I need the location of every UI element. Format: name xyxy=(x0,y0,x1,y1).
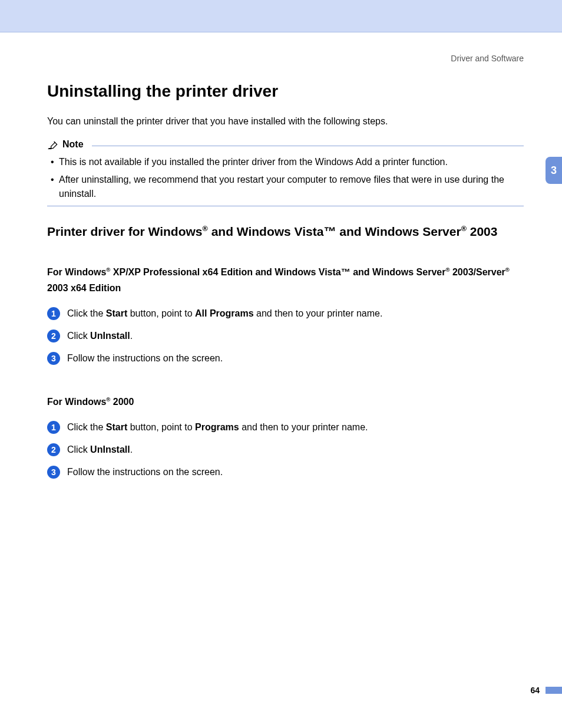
chapter-side-tab[interactable]: 3 xyxy=(546,157,562,184)
step-row: 3 Follow the instructions on the screen. xyxy=(47,351,524,365)
step-row: 1 Click the Start button, point to Progr… xyxy=(47,420,524,434)
sub-heading-a: For Windows® XP/XP Professional x64 Edit… xyxy=(47,264,524,296)
top-band xyxy=(0,0,562,32)
step-row: 2 Click UnInstall. xyxy=(47,443,524,457)
page-title: Uninstalling the printer driver xyxy=(47,82,524,101)
step-number-badge: 3 xyxy=(47,352,60,365)
note-item: •This is not available if you installed … xyxy=(51,155,524,169)
step-number-badge: 3 xyxy=(47,466,60,479)
chapter-number: 3 xyxy=(551,164,557,177)
section-heading: Printer driver for Windows® and Windows … xyxy=(47,223,524,240)
section-header-label: Driver and Software xyxy=(0,32,562,63)
intro-paragraph: You can uninstall the printer driver tha… xyxy=(47,115,524,128)
step-number-badge: 2 xyxy=(47,330,60,342)
step-number-badge: 1 xyxy=(47,307,60,320)
note-text: This is not available if you installed t… xyxy=(59,155,448,169)
page-number-area: 64 xyxy=(530,686,562,695)
step-text: Click UnInstall. xyxy=(67,329,133,343)
note-block: Note •This is not available if you insta… xyxy=(47,139,524,206)
pencil-note-icon xyxy=(47,139,59,150)
step-text: Click the Start button, point to Program… xyxy=(67,420,368,434)
note-list: •This is not available if you installed … xyxy=(51,155,524,201)
step-row: 3 Follow the instructions on the screen. xyxy=(47,465,524,479)
page-mark-icon xyxy=(546,687,562,694)
step-row: 2 Click UnInstall. xyxy=(47,329,524,343)
step-text: Follow the instructions on the screen. xyxy=(67,465,223,479)
page-content: Uninstalling the printer driver You can … xyxy=(0,82,562,479)
note-header-rule xyxy=(92,146,524,146)
note-bottom-rule xyxy=(47,206,524,206)
step-number-badge: 1 xyxy=(47,421,60,434)
step-row: 1 Click the Start button, point to All P… xyxy=(47,307,524,321)
note-label: Note xyxy=(62,139,84,150)
note-text: After uninstalling, we recommend that yo… xyxy=(59,173,524,201)
note-header: Note xyxy=(47,139,524,150)
step-text: Click the Start button, point to All Pro… xyxy=(67,307,382,321)
bullet-icon: • xyxy=(51,155,59,169)
step-text: Follow the instructions on the screen. xyxy=(67,351,223,365)
step-text: Click UnInstall. xyxy=(67,443,133,457)
step-number-badge: 2 xyxy=(47,443,60,456)
bullet-icon: • xyxy=(51,173,59,201)
page-number: 64 xyxy=(530,686,540,695)
note-item: •After uninstalling, we recommend that y… xyxy=(51,173,524,201)
sub-heading-b: For Windows® 2000 xyxy=(47,394,524,410)
